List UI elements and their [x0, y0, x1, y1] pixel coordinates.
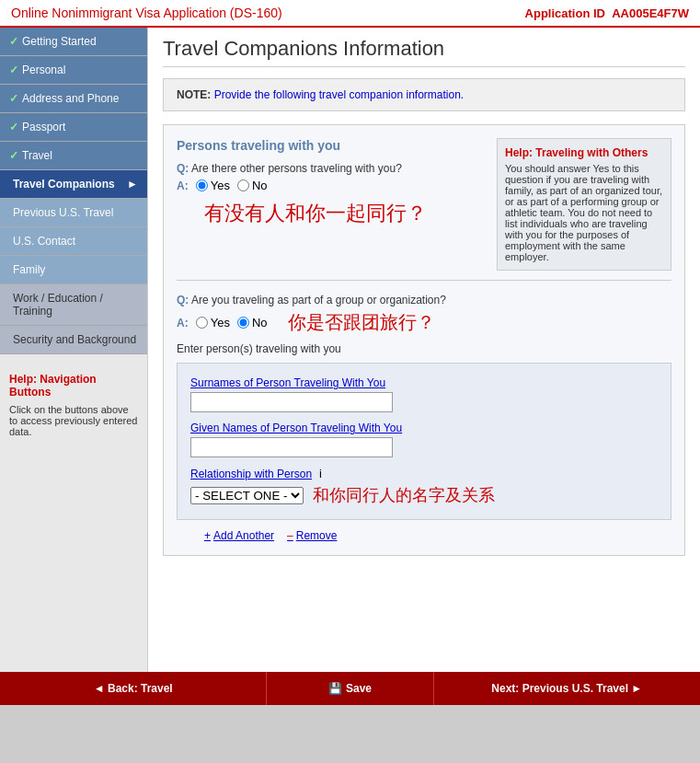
- back-label: ◄ Back: Travel: [94, 682, 173, 695]
- q2-no-radio[interactable]: [237, 317, 249, 329]
- q1-no-radio[interactable]: [237, 179, 249, 191]
- sidebar-label: Family: [13, 263, 45, 276]
- sidebar-item-us-contact[interactable]: U.S. Contact: [0, 227, 147, 256]
- q1-no-label[interactable]: No: [237, 179, 268, 192]
- sidebar-label: Passport: [22, 121, 65, 133]
- sidebar-item-background[interactable]: Security and Background: [0, 326, 147, 354]
- help-body-1: You should answer Yes to this question i…: [505, 163, 663, 262]
- givenname-input[interactable]: [190, 437, 393, 457]
- save-icon: 💾: [328, 682, 342, 695]
- app-id-label: Application ID: [525, 6, 605, 20]
- a1-label: A:: [177, 179, 189, 192]
- check-icon: ✓: [9, 149, 18, 162]
- q2-answer-row: A: Yes No 你是否跟团旅行？: [177, 310, 671, 335]
- sidebar-item-family[interactable]: Family: [0, 256, 147, 284]
- sidebar-item-personal[interactable]: ✓ Personal: [0, 56, 147, 85]
- section2: Q: Are you traveling as part of a group …: [177, 294, 671, 542]
- a2-label: A:: [177, 317, 189, 329]
- person-form: Surnames of Person Traveling With You Gi…: [177, 363, 671, 520]
- sidebar-item-getting-started[interactable]: ✓ Getting Started: [0, 28, 147, 56]
- sidebar: ✓ Getting Started ✓ Personal ✓ Address a…: [0, 28, 148, 672]
- sidebar-label: Getting Started: [22, 35, 97, 48]
- section-left: Persons traveling with you Q: Are there …: [177, 138, 484, 271]
- q1-yes-label[interactable]: Yes: [196, 179, 230, 192]
- relationship-label-row: Relationship with Person i: [190, 467, 658, 480]
- surname-input[interactable]: [190, 392, 393, 412]
- arrow-icon: ►: [127, 178, 138, 191]
- sidebar-item-work-education[interactable]: Work / Education / Training: [0, 284, 147, 326]
- page-title: Travel Companions Information: [163, 37, 685, 67]
- sidebar-label: Personal: [22, 64, 65, 76]
- back-button[interactable]: ◄ Back: Travel: [0, 672, 267, 705]
- surname-label: Surnames of Person Traveling With You: [190, 376, 658, 389]
- chinese-text-1: 有没有人和你一起同行？: [204, 200, 484, 227]
- sidebar-label: Work / Education / Training: [13, 292, 138, 318]
- sidebar-item-previous-us-travel[interactable]: Previous U.S. Travel: [0, 199, 147, 227]
- section-persons-traveling: Persons traveling with you Q: Are there …: [163, 124, 685, 556]
- section-heading: Persons traveling with you: [177, 138, 484, 153]
- relationship-select-row: - SELECT ONE - 和你同行人的名字及关系: [190, 484, 658, 506]
- sidebar-label: Address and Phone: [22, 92, 119, 105]
- sidebar-label: U.S. Contact: [13, 235, 75, 248]
- app-id: Application ID AA005E4F7W: [525, 6, 689, 20]
- relationship-select[interactable]: - SELECT ONE -: [190, 487, 304, 504]
- note-text: Provide the following travel companion i…: [214, 88, 464, 101]
- givenname-label: Given Names of Person Traveling With You: [190, 422, 658, 434]
- sidebar-help-title: Help: Navigation Buttons: [9, 373, 138, 399]
- sidebar-item-passport[interactable]: ✓ Passport: [0, 113, 147, 142]
- check-icon: ✓: [9, 92, 18, 105]
- q2-no-label[interactable]: No: [237, 316, 268, 329]
- note-prefix: NOTE:: [177, 88, 211, 101]
- note-box: NOTE: Provide the following travel compa…: [163, 78, 685, 111]
- sidebar-help: Help: Navigation Buttons Click on the bu…: [0, 364, 147, 446]
- sidebar-label: Travel: [22, 149, 52, 162]
- form-title: Online Nonimmigrant Visa Application (DS…: [11, 6, 282, 20]
- q2-yes-radio[interactable]: [196, 317, 208, 329]
- check-icon: ✓: [9, 35, 18, 48]
- main-content: Travel Companions Information NOTE: Prov…: [148, 28, 700, 672]
- footer: ◄ Back: Travel 💾 Save Next: Previous U.S…: [0, 672, 700, 705]
- save-button[interactable]: 💾 Save: [267, 672, 433, 705]
- q2-yes-label[interactable]: Yes: [196, 316, 230, 329]
- remove-link[interactable]: Remove: [287, 529, 337, 542]
- relationship-label: Relationship with Person: [190, 468, 312, 480]
- next-label: Next: Previous U.S. Travel ►: [491, 682, 642, 695]
- app-id-value: AA005E4F7W: [612, 6, 689, 20]
- divider: [177, 280, 671, 281]
- q1-text: Q: Are there other persons traveling wit…: [177, 162, 484, 175]
- next-button[interactable]: Next: Previous U.S. Travel ►: [434, 672, 700, 705]
- q1-yes-radio[interactable]: [196, 179, 208, 191]
- add-remove-row: Add Another Remove: [177, 529, 671, 542]
- add-another-link[interactable]: Add Another: [204, 529, 274, 542]
- enter-persons-label: Enter person(s) traveling with you: [177, 342, 671, 355]
- sidebar-label: Previous U.S. Travel: [13, 206, 113, 219]
- sidebar-item-travel[interactable]: ✓ Travel: [0, 142, 147, 170]
- chinese-text-2: 你是否跟团旅行？: [288, 310, 435, 335]
- check-icon: ✓: [9, 64, 18, 76]
- check-icon: ✓: [9, 121, 18, 133]
- surname-group: Surnames of Person Traveling With You: [190, 376, 658, 412]
- chinese-text-3: 和你同行人的名字及关系: [313, 484, 495, 506]
- sidebar-item-travel-companions[interactable]: Travel Companions ►: [0, 170, 147, 199]
- givenname-group: Given Names of Person Traveling With You: [190, 422, 658, 457]
- help-box-1: Help: Traveling with Others You should a…: [497, 138, 671, 271]
- q1-answer-row: A: Yes No: [177, 179, 484, 192]
- info-icon[interactable]: i: [319, 467, 322, 480]
- sidebar-label: Security and Background: [13, 333, 136, 346]
- sidebar-label: Travel Companions: [13, 178, 115, 191]
- sidebar-item-address-phone[interactable]: ✓ Address and Phone: [0, 85, 147, 113]
- sidebar-help-body: Click on the buttons above to access pre…: [9, 404, 138, 437]
- page-header: Online Nonimmigrant Visa Application (DS…: [0, 0, 700, 28]
- q2-text: Q: Are you traveling as part of a group …: [177, 294, 671, 306]
- save-label: Save: [346, 682, 372, 695]
- help-header-1: Help: Traveling with Others: [505, 146, 663, 159]
